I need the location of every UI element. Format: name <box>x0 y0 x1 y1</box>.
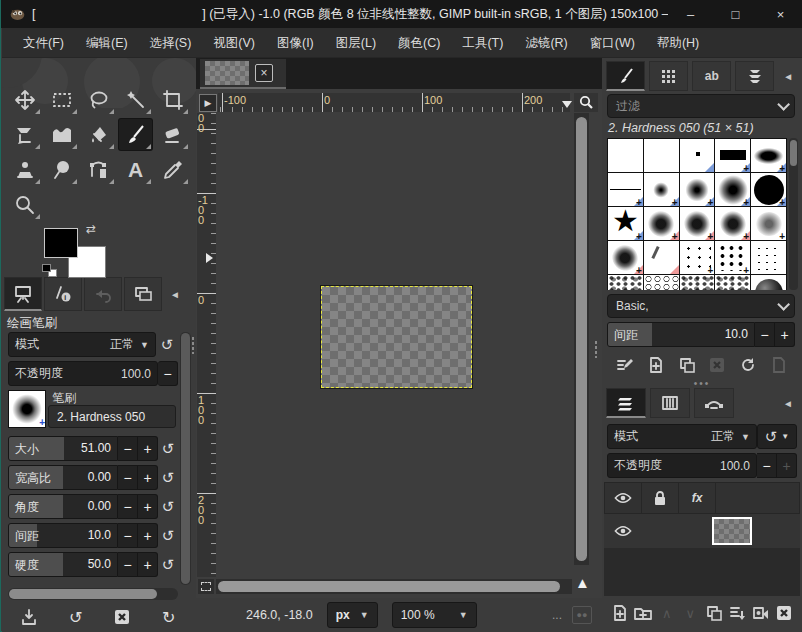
angle-plus-button[interactable]: + <box>138 494 158 519</box>
canvas-vscrollbar[interactable] <box>574 113 589 565</box>
toolbox-collapse-icon[interactable]: ◄ <box>164 282 186 306</box>
layer-mode-dropdown[interactable]: 模式 正常 ▼ <box>607 424 757 449</box>
titlebar[interactable]: [ ] (已导入) -1.0 (RGB 颜色 8 位非线性整数, GIMP bu… <box>1 0 802 28</box>
warp-transform-tool[interactable] <box>45 119 78 150</box>
layer-opacity-plus-button[interactable]: + <box>777 453 797 478</box>
brush-cell-dots-cluster[interactable]: + <box>715 241 750 274</box>
new-layer-group-icon[interactable] <box>633 602 653 624</box>
open-brush-as-image-icon[interactable] <box>768 354 790 376</box>
paintbrush-tool[interactable] <box>119 119 152 150</box>
opacity-slider[interactable]: 不透明度 100.0 <box>8 361 158 386</box>
lock-pixels-icon[interactable] <box>642 483 679 513</box>
aspect-ratio-slider[interactable]: 宽高比 0.00 <box>8 465 118 490</box>
new-brush-icon[interactable] <box>645 354 667 376</box>
layer-opacity-slider[interactable]: 不透明度 100.0 <box>607 453 757 478</box>
refresh-brushes-icon[interactable] <box>737 354 759 376</box>
delete-preset-button[interactable] <box>109 605 135 629</box>
menu-filters[interactable]: 滤镜(R) <box>514 28 578 58</box>
size-reset-icon[interactable]: ↺ <box>158 436 178 461</box>
unit-dropdown[interactable]: px ▼ <box>327 602 378 628</box>
lower-layer-icon[interactable]: ∨ <box>680 602 700 624</box>
menu-help[interactable]: 帮助(H) <box>646 28 710 58</box>
brush-cell-texture[interactable] <box>608 275 643 290</box>
opacity-minus-button[interactable]: − <box>158 361 178 386</box>
hardness-minus-button[interactable]: − <box>118 552 138 577</box>
menu-edit[interactable]: 编辑(E) <box>75 28 139 58</box>
navigation-icon[interactable]: ▲ <box>574 569 591 595</box>
swap-colors-icon[interactable]: ⇄ <box>86 222 96 236</box>
brush-cell-circle-large[interactable]: + <box>751 173 786 206</box>
spacing-minus-button[interactable]: − <box>118 523 138 548</box>
menu-tools[interactable]: 工具(T) <box>451 28 514 58</box>
angle-reset-icon[interactable]: ↺ <box>158 494 178 519</box>
brush-cell-ellipse[interactable]: + <box>751 139 786 172</box>
menu-file[interactable]: 文件(F) <box>12 28 75 58</box>
aspect-plus-button[interactable]: + <box>138 465 158 490</box>
merge-layer-icon[interactable] <box>727 602 747 624</box>
brush-cell-dots-sparse[interactable]: + <box>680 241 715 274</box>
crop-tool[interactable] <box>156 84 189 115</box>
bucket-fill-tool[interactable] <box>82 119 115 150</box>
brush-preview[interactable]: + <box>8 390 46 428</box>
brush-filter-input[interactable]: 过滤 <box>607 94 795 118</box>
free-select-tool[interactable] <box>82 84 115 115</box>
right-dock-handle[interactable] <box>594 340 598 358</box>
menu-view[interactable]: 视图(V) <box>202 28 266 58</box>
brush-cell-soft-small[interactable]: + <box>644 173 679 206</box>
layer-row[interactable] <box>604 514 800 548</box>
tab-patterns[interactable] <box>649 61 688 91</box>
dock-collapse-icon[interactable]: ◄ <box>778 71 798 82</box>
horizontal-ruler[interactable]: -100 0 100 200 <box>218 93 570 112</box>
menu-windows[interactable]: 窗口(W) <box>579 28 646 58</box>
size-minus-button[interactable]: − <box>118 436 138 461</box>
brush-cell-dots-fine[interactable] <box>751 241 786 274</box>
paint-mode-dropdown[interactable]: 模式 正常 ▼ <box>8 332 156 357</box>
duplicate-layer-icon[interactable] <box>704 602 724 624</box>
spacing-slider[interactable]: 间距 10.0 <box>8 523 118 548</box>
left-dock-handle[interactable] <box>191 336 195 354</box>
tab-device-status[interactable]: i <box>44 277 82 311</box>
tab-paths[interactable] <box>694 388 734 418</box>
brush-cell-star[interactable]: ★+ <box>608 207 643 240</box>
maximize-button[interactable]: □ <box>713 0 758 28</box>
tool-options-vscrollbar[interactable] <box>180 332 191 585</box>
tab-layers[interactable] <box>606 388 646 418</box>
close-image-icon[interactable]: × <box>255 64 273 82</box>
brush-spacing-slider[interactable]: 间距 10.0 <box>607 322 755 347</box>
menu-select[interactable]: 选择(S) <box>139 28 203 58</box>
restore-preset-button[interactable]: ↺ <box>63 605 89 629</box>
image-tab[interactable]: × <box>200 59 286 89</box>
brush-spacing-plus-button[interactable]: + <box>775 322 795 347</box>
tab-tool-options[interactable] <box>4 277 42 311</box>
size-slider[interactable]: 大小 51.00 <box>8 436 118 461</box>
hardness-reset-icon[interactable]: ↺ <box>158 552 178 577</box>
default-colors-icon[interactable] <box>42 264 58 278</box>
menu-colors[interactable]: 颜色(C) <box>387 28 451 58</box>
tool-options-hscrollbar[interactable] <box>8 588 178 600</box>
move-tool[interactable] <box>8 84 41 115</box>
brush-cell-splat[interactable]: + <box>715 207 750 240</box>
brush-cell-line[interactable]: + <box>608 173 643 206</box>
brush-cell-dot-small[interactable] <box>680 139 715 172</box>
foreground-color-swatch[interactable] <box>44 228 78 258</box>
zoom-dropdown[interactable]: 100 % ▼ <box>392 602 477 628</box>
edit-brush-icon[interactable] <box>614 354 636 376</box>
layer-list-empty-area[interactable] <box>604 548 800 596</box>
duplicate-brush-icon[interactable] <box>676 354 698 376</box>
smudge-tool[interactable] <box>45 154 78 185</box>
layer-mode-reset-button[interactable]: ↺ ▼ <box>757 424 797 449</box>
menu-layer[interactable]: 图层(L) <box>325 28 387 58</box>
new-layer-icon[interactable] <box>610 602 630 624</box>
add-mask-icon[interactable] <box>751 602 771 624</box>
close-button[interactable]: × <box>758 0 802 28</box>
size-plus-button[interactable]: + <box>138 436 158 461</box>
eraser-tool[interactable] <box>156 119 189 150</box>
zoom-tool[interactable] <box>8 189 41 220</box>
layers-collapse-icon[interactable]: ◄ <box>778 398 798 409</box>
clone-tool[interactable] <box>8 154 41 185</box>
vertical-ruler[interactable]: 00 -100 0 100 200 <box>197 113 216 577</box>
fuzzy-select-tool[interactable] <box>119 84 152 115</box>
hardness-plus-button[interactable]: + <box>138 552 158 577</box>
tab-fonts[interactable]: ab <box>692 61 731 91</box>
tab-channels[interactable] <box>650 388 690 418</box>
